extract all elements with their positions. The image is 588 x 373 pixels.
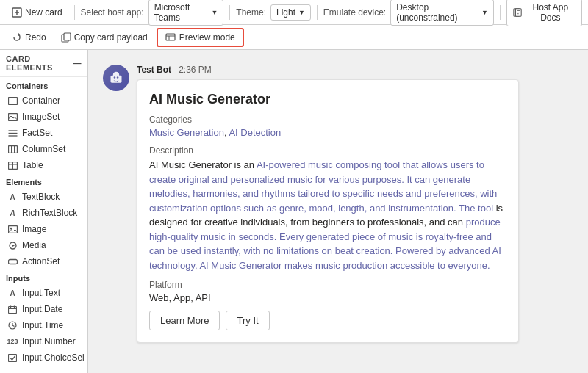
svg-rect-25 xyxy=(8,225,17,233)
divider1 xyxy=(74,5,75,20)
try-it-button[interactable]: Try It xyxy=(226,311,269,330)
svg-rect-10 xyxy=(64,33,71,40)
emulate-label: Emulate device: xyxy=(323,7,386,18)
input-date-label: Input.Date xyxy=(22,304,62,314)
new-card-icon xyxy=(12,7,22,18)
svg-line-36 xyxy=(12,325,15,327)
sidebar-item-input-date[interactable]: Input.Date xyxy=(0,301,87,317)
sidebar-collapse-icon[interactable]: — xyxy=(74,59,82,68)
categories-value: Music Generation, AI Detection xyxy=(149,127,506,138)
canvas-area: Test Bot 2:36 PM AI Music Generator Cate… xyxy=(88,50,588,373)
card-description: AI Music Generator is an AI-powered musi… xyxy=(149,158,506,272)
richtextblock-label: RichTextBlock xyxy=(22,208,77,218)
toolbar-row1: New card Select host app: Microsoft Team… xyxy=(0,0,588,25)
sidebar-item-image[interactable]: Image xyxy=(0,221,87,237)
image-label: Image xyxy=(22,224,46,234)
chat-meta: Test Bot 2:36 PM xyxy=(137,65,519,75)
docs-icon xyxy=(513,7,522,18)
media-icon xyxy=(7,240,18,250)
sidebar-item-input-text[interactable]: A Input.Text xyxy=(0,285,87,301)
divider2 xyxy=(229,5,230,20)
copy-icon xyxy=(61,32,71,43)
theme-select[interactable]: Light ▼ xyxy=(270,4,311,21)
host-app-select[interactable]: Microsoft Teams ▼ xyxy=(148,0,224,26)
input-choice-icon xyxy=(7,352,18,363)
sidebar-item-input-choicesel[interactable]: Input.ChoiceSel xyxy=(0,350,87,366)
divider3 xyxy=(317,5,318,20)
table-icon xyxy=(7,160,18,170)
platform-label: Platform xyxy=(149,280,506,290)
preview-mode-button[interactable]: Preview mode xyxy=(157,28,244,47)
svg-rect-19 xyxy=(8,145,17,153)
sidebar-item-factset[interactable]: FactSet xyxy=(0,125,87,141)
sidebar-item-media[interactable]: Media xyxy=(0,237,87,253)
columnset-label: ColumnSet xyxy=(22,144,65,154)
actionset-label: ActionSet xyxy=(22,256,60,267)
imageset-icon xyxy=(7,112,18,122)
divider4 xyxy=(500,5,501,20)
bot-name: Test Bot xyxy=(137,65,171,75)
media-label: Media xyxy=(22,240,46,250)
preview-icon xyxy=(165,32,176,43)
svg-rect-11 xyxy=(166,34,175,40)
svg-point-38 xyxy=(114,76,116,79)
host-app-docs-button[interactable]: Host App Docs xyxy=(506,0,582,26)
input-text-icon: A xyxy=(7,288,18,298)
new-card-label: New card xyxy=(25,7,62,18)
svg-rect-37 xyxy=(9,354,17,361)
textblock-label: TextBlock xyxy=(22,192,60,202)
bot-avatar xyxy=(103,65,129,91)
host-app-value: Microsoft Teams xyxy=(154,2,209,23)
emulate-value: Desktop (unconstrained) xyxy=(396,2,478,23)
theme-chevron-icon: ▼ xyxy=(298,9,305,16)
copy-payload-label: Copy card payload xyxy=(74,32,148,43)
emulate-select[interactable]: Desktop (unconstrained) ▼ xyxy=(390,0,494,26)
description-label: Description xyxy=(149,145,506,156)
sidebar-item-richtextblock[interactable]: A RichTextBlock xyxy=(0,205,87,221)
sidebar-item-table[interactable]: Table xyxy=(0,157,87,173)
sidebar-item-container[interactable]: Container xyxy=(0,93,87,109)
music-generation-link[interactable]: Music Generation xyxy=(149,127,224,138)
redo-label: Redo xyxy=(25,32,46,43)
imageset-label: ImageSet xyxy=(22,112,60,122)
copy-payload-button[interactable]: Copy card payload xyxy=(55,29,154,46)
chat-container: Test Bot 2:36 PM AI Music Generator Cate… xyxy=(103,65,519,343)
host-app-chevron-icon: ▼ xyxy=(212,9,218,16)
ai-detection-link[interactable]: AI Detection xyxy=(229,127,281,138)
columnset-icon xyxy=(7,144,18,154)
elements-section-title: Elements xyxy=(0,173,87,189)
sidebar-item-input-time[interactable]: Input.Time xyxy=(0,317,87,333)
sidebar-item-imageset[interactable]: ImageSet xyxy=(0,109,87,125)
svg-rect-29 xyxy=(8,259,17,264)
container-icon xyxy=(7,95,18,106)
input-number-icon: 123 xyxy=(7,336,18,347)
sidebar-item-actionset[interactable]: ActionSet xyxy=(0,253,87,269)
svg-rect-30 xyxy=(9,306,17,313)
sidebar-header: CARD ELEMENTS — xyxy=(0,50,87,77)
sidebar-item-columnset[interactable]: ColumnSet xyxy=(0,141,87,157)
actionset-icon xyxy=(7,256,18,267)
platform-value: Web, App, API xyxy=(149,292,506,303)
sidebar-item-textblock[interactable]: A TextBlock xyxy=(0,189,87,205)
sidebar-item-input-number[interactable]: 123 Input.Number xyxy=(0,333,87,350)
redo-button[interactable]: Redo xyxy=(6,29,52,46)
new-card-button[interactable]: New card xyxy=(6,4,68,21)
factset-icon xyxy=(7,128,18,138)
preview-mode-label: Preview mode xyxy=(179,32,235,43)
main-layout: CARD ELEMENTS — Containers Container Ima… xyxy=(0,50,588,373)
bot-logo-icon xyxy=(109,70,123,85)
emulate-chevron-icon: ▼ xyxy=(481,9,488,16)
input-choicesel-label: Input.ChoiceSel xyxy=(22,352,85,363)
textblock-icon: A xyxy=(7,192,18,202)
redo-icon xyxy=(12,32,22,43)
toolbar-row2: Redo Copy card payload Preview mode xyxy=(0,25,588,50)
learn-more-button[interactable]: Learn More xyxy=(149,311,220,330)
input-time-icon xyxy=(7,320,18,330)
table-label: Table xyxy=(22,160,43,170)
theme-label: Theme: xyxy=(236,7,266,18)
svg-point-39 xyxy=(117,76,119,79)
categories-label: Categories xyxy=(149,115,506,125)
desc-highlight1: AI-powered music composing tool that all… xyxy=(149,159,497,214)
host-app-docs-label: Host App Docs xyxy=(526,2,576,23)
input-text-label: Input.Text xyxy=(22,288,60,298)
